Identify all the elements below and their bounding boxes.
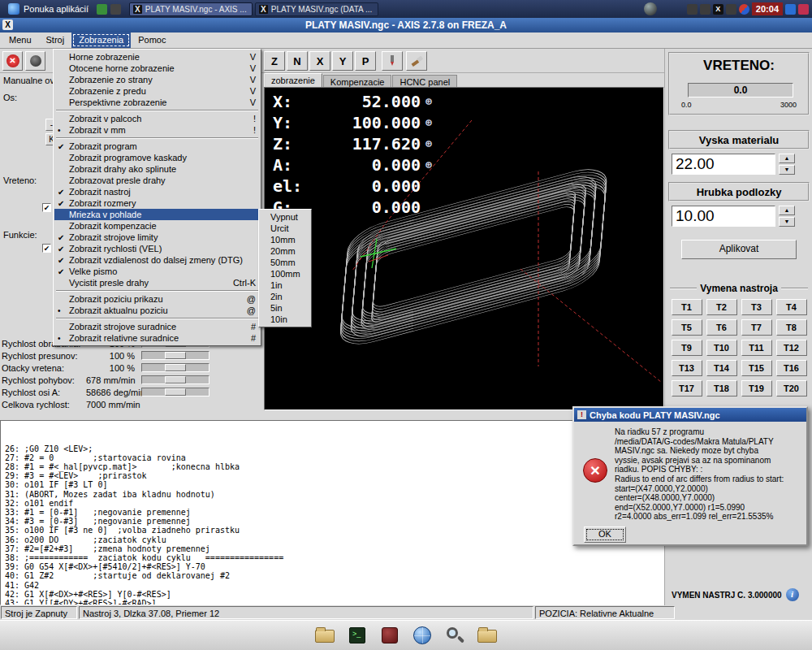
gcode-line[interactable]: 34: #3 = [0-#3] ;negovanie premennej [5,517,663,526]
tool-button[interactable]: T15 [741,360,772,376]
menu-item[interactable]: Perspektivne zobrazenie V [54,97,260,108]
file-manager-icon[interactable] [314,625,335,646]
gcode-line[interactable]: 38: ;============ zaciatok kodu cyklu ==… [5,553,663,562]
spin-up-button[interactable]: ▲ [779,206,795,215]
spin-down-button[interactable]: ▼ [779,217,795,227]
submenu-item[interactable]: 20mm [260,245,310,257]
preview-tab[interactable]: HCNC panel [392,75,457,87]
submenu-item[interactable]: 10in [260,314,310,325]
menu-item[interactable]: Zobrazit strojove suradnice # [54,321,260,332]
preview-tab[interactable]: Kompenzacie [323,75,392,87]
menu-item[interactable]: • Zobrazit aktualnu poziciu @ [54,305,260,316]
tool-button[interactable]: T16 [776,360,807,376]
gcode-line[interactable]: 36: o200 DO ;zaciatok cyklu [5,535,663,544]
gcode-line[interactable]: 37: #2=[#2+#3] ;zmena hodnoty premennej [5,544,663,553]
axis-letter-button[interactable]: Y [332,51,353,71]
menu-item[interactable]: ✔ Zobrazit strojove limity [54,232,260,243]
tool-button[interactable]: T4 [776,299,807,315]
machine-power-button[interactable] [25,51,45,71]
override-slider[interactable] [141,375,209,384]
menu-item[interactable]: ✔ Zobrazit vzdialenost do dalsej zmeny (… [54,254,260,266]
folder-icon[interactable] [477,625,498,646]
gcode-line[interactable]: 26: ;G0 Z10 <LEV>; [5,444,663,453]
tool-button[interactable]: T8 [776,319,807,336]
gcode-line[interactable]: 43: G1 Y[[#<DY>+#<RES>]-#<RAD>] [5,599,663,605]
axis-letter-button[interactable]: N [287,51,308,71]
submenu-item[interactable]: Urcit [260,223,310,234]
gcode-line[interactable]: 40: G1 Z#2 ;startuje od deklarovanej #2 [5,571,663,580]
tray-app-icon-2[interactable] [700,4,710,15]
menu-item[interactable]: ✔ Zobrazit rozmery [54,197,260,209]
menu-item[interactable]: ✔ Zobrazit rychlosti (VEL) [54,243,260,254]
preview-tab[interactable]: zobrazenie [264,73,322,87]
axis-letter-button[interactable]: Z [264,51,285,71]
menu-item[interactable]: Zobrazit kompenzacie [54,220,260,232]
menu-item[interactable]: ✔ Zobrazit nastroj [54,186,260,197]
launcher-icon-dark[interactable] [110,4,121,15]
menu-item[interactable]: Zobrazit programove kaskady [54,152,260,163]
window-titlebar[interactable]: X PLATY MASIV.ngc - AXIS 2.7.8 on FREZA_… [0,18,812,32]
submenu-item[interactable]: 1in [260,280,310,291]
tool-button[interactable]: T6 [706,319,737,336]
menu-item[interactable]: Otocene horne zobrazenie V [54,63,260,74]
gcode-line[interactable]: 31: (ABORT, Mozes zadat iba kladnu hodno… [5,490,663,499]
menu-item[interactable]: Mriezka v pohlade [54,209,260,220]
menu-item[interactable]: ✔ Velke pismo [54,266,260,277]
gcode-listing[interactable]: 26: ;G0 Z10 <LEV>;27: #2 = 0 ;startovaci… [0,420,664,605]
gcode-line[interactable]: 29: #3 = #<LEV> ;prirastok [5,471,663,480]
backplot-canvas[interactable]: X: 52.000 ⊕ Y: 100.000 ⊕ Z: 117.620 ⊕ A:… [264,87,664,410]
menubar-item[interactable]: Stroj [39,32,72,48]
menu-item[interactable]: Horne zobrazenie V [54,51,260,63]
menu-item[interactable]: • Zobrazit v mm ! [54,124,260,136]
tool-button[interactable]: T2 [706,299,737,315]
material-height-input[interactable]: 22.00 [672,154,775,175]
slider-handle[interactable] [165,388,186,396]
tool-button[interactable]: T13 [672,360,702,376]
ok-button[interactable]: OK [584,526,626,543]
submenu-item[interactable]: 50mm [260,257,310,268]
tool-button[interactable]: T14 [706,360,737,376]
tray-app-icon-3[interactable] [726,4,736,15]
menubar-item[interactable]: Menu [2,32,39,48]
menu-item[interactable]: • Zobrazit relativne suradnice # [54,332,260,344]
tool-touchoff-button[interactable] [382,51,403,71]
menu-item[interactable]: Vycistit presle drahy Ctrl-K [54,277,260,288]
search-icon[interactable] [444,625,465,646]
menu-item[interactable]: Zobrazit drahy ako splinute [54,163,260,175]
function-checkbox-2[interactable]: ✔ [42,244,51,253]
tool-button[interactable]: T3 [741,299,772,315]
submenu-item[interactable]: Vypnut [260,211,310,223]
gcode-line[interactable]: 42: G1 X[#<DX>+#<RES>] Y[0-#<RES>] [5,590,663,599]
submenu-item[interactable]: 10mm [260,234,310,245]
menu-item[interactable]: Zobrazenie zo strany V [54,74,260,85]
menu-item[interactable]: ✔ Zobrazit program [54,141,260,152]
menu-item[interactable]: Zobrazenie z predu V [54,85,260,97]
axis-letter-button[interactable]: P [355,51,376,71]
apply-button[interactable]: Aplikovat [681,240,797,259]
tool-button[interactable]: T5 [672,319,702,336]
override-slider[interactable] [141,351,209,360]
window-menu-icon[interactable]: X [2,20,13,30]
gcode-line[interactable]: 39: G0 G54 X[#<DX>+[#5410/2]+#<RES>] Y-7… [5,562,663,571]
submenu-item[interactable]: 100mm [260,268,310,280]
tool-button[interactable]: T19 [741,380,772,396]
tool-button[interactable]: T1 [672,299,702,315]
gcode-line[interactable]: 33: #1 = [0-#1] ;negovanie premennej [5,508,663,517]
tool-button[interactable]: T11 [741,340,772,356]
gcode-line[interactable]: 35: o100 IF [#3 ne 0] ;volba ziadneho pr… [5,526,663,535]
menubar-item[interactable]: Pomoc [131,32,173,48]
axis-letter-button[interactable]: X [309,51,330,71]
clear-plot-button[interactable] [406,51,427,71]
menu-item[interactable]: Zobrazit poziciu prikazu @ [54,293,260,305]
tool-button[interactable]: T12 [776,340,807,356]
override-slider[interactable] [141,388,209,396]
chat-icon[interactable] [798,4,809,15]
spin-up-button[interactable]: ▲ [779,154,795,163]
override-slider[interactable] [141,363,209,372]
gcode-line[interactable]: 27: #2 = 0 ;startovacia rovina [5,453,663,462]
slider-handle[interactable] [165,376,186,384]
window-task-button[interactable]: X PLATY MASIV.ngc (DATA ... [255,2,378,16]
manual-tab-label[interactable]: Manualne ov [3,76,54,85]
gcode-line[interactable]: 28: #1 = #<_hal[pyvcp.mat]> ;konecna hlb… [5,462,663,471]
tool-button[interactable]: T17 [672,380,702,396]
